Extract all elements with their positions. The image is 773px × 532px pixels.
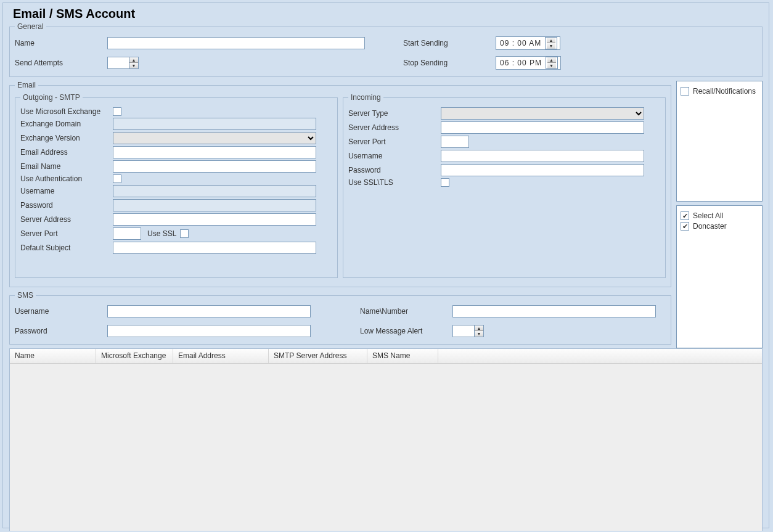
chevron-up-icon[interactable]: ▲: [547, 38, 555, 43]
incoming-fieldset: Incoming Server Type Server Address Serv…: [343, 93, 666, 278]
chevron-down-icon[interactable]: ▼: [475, 331, 483, 337]
out-password-label: Password: [20, 201, 113, 210]
chevron-down-icon[interactable]: ▼: [547, 43, 555, 49]
select-all-checkbox[interactable]: ✔: [681, 211, 689, 220]
stop-time-spinner[interactable]: ▲ ▼: [546, 57, 558, 69]
exchange-domain-input[interactable]: [113, 118, 316, 130]
stop-time-value: 06 : 00 PM: [499, 59, 543, 67]
out-server-port-label: Server Port: [20, 229, 113, 238]
locations-panel: ✔ Select All ✔ Doncaster: [676, 205, 763, 348]
th-name[interactable]: Name: [10, 349, 96, 363]
out-server-address-input[interactable]: [113, 213, 316, 226]
out-username-label: Username: [20, 187, 113, 195]
chevron-up-icon[interactable]: ▲: [547, 57, 556, 63]
in-password-input[interactable]: [441, 164, 644, 176]
use-ssl-tls-label: Use SSL\TLS: [348, 178, 441, 187]
use-auth-checkbox[interactable]: [113, 174, 121, 183]
out-username-input[interactable]: [113, 185, 316, 197]
use-ssl-label: Use SSL: [147, 229, 176, 238]
start-time-value: 09 : 00 AM: [499, 39, 542, 47]
sms-password-input[interactable]: [107, 325, 311, 337]
send-attempts-value[interactable]: [108, 57, 126, 68]
name-number-input[interactable]: [452, 305, 656, 317]
low-msg-alert-value[interactable]: [453, 325, 472, 337]
out-server-address-label: Server Address: [20, 215, 113, 224]
location-checkbox[interactable]: ✔: [681, 222, 689, 231]
in-username-input[interactable]: [441, 150, 644, 162]
in-server-port-input[interactable]: [441, 136, 469, 148]
in-server-address-label: Server Address: [348, 123, 441, 132]
th-ms-exchange[interactable]: Microsoft Exchange: [96, 349, 173, 363]
th-smtp-server[interactable]: SMTP Server Address: [269, 349, 367, 363]
chevron-down-icon[interactable]: ▼: [129, 63, 138, 68]
chevron-down-icon[interactable]: ▼: [547, 63, 556, 68]
recall-notifications-panel: Recall/Notifications: [676, 81, 763, 202]
sms-username-label: Username: [15, 307, 107, 316]
server-type-select[interactable]: [441, 107, 644, 120]
page-title: Email / SMS Account: [13, 7, 763, 21]
low-msg-alert-label: Low Message Alert: [360, 327, 452, 335]
in-server-port-label: Server Port: [348, 137, 441, 146]
recall-notifications-checkbox[interactable]: [681, 87, 689, 96]
table-body[interactable]: [10, 364, 762, 531]
incoming-legend: Incoming: [348, 93, 383, 102]
recall-notifications-label: Recall/Notifications: [693, 87, 756, 96]
name-number-label: Name\Number: [360, 307, 452, 316]
select-all-label: Select All: [693, 211, 723, 220]
start-sending-label: Start Sending: [403, 39, 496, 47]
outgoing-legend: Outgoing - SMTP: [20, 93, 83, 102]
stop-time-input[interactable]: 06 : 00 PM ▲ ▼: [496, 56, 561, 70]
exchange-version-label: Exchange Version: [20, 134, 113, 142]
server-type-label: Server Type: [348, 109, 441, 118]
use-ssl-tls-checkbox[interactable]: [441, 178, 449, 187]
use-auth-label: Use Authentication: [20, 174, 113, 183]
send-attempts-label: Send Attempts: [15, 59, 107, 67]
use-ms-exchange-label: Use Microsoft Exchange: [20, 107, 113, 116]
start-time-input[interactable]: 09 : 00 AM ▲ ▼: [496, 36, 560, 50]
th-blank: [438, 349, 762, 363]
sms-fieldset: SMS Username Name\Number Password: [9, 291, 671, 345]
general-legend: General: [15, 22, 46, 31]
sms-password-label: Password: [15, 327, 107, 335]
app-container: Email / SMS Account General Name Start S…: [2, 2, 769, 528]
in-username-label: Username: [348, 152, 441, 160]
sms-username-input[interactable]: [107, 305, 311, 317]
default-subject-input[interactable]: [113, 242, 316, 254]
accounts-table: Name Microsoft Exchange Email Address SM…: [9, 348, 763, 531]
low-msg-alert-input[interactable]: ▲ ▼: [452, 325, 484, 337]
out-password-input[interactable]: [113, 199, 316, 211]
table-header: Name Microsoft Exchange Email Address SM…: [10, 349, 762, 364]
start-time-spinner[interactable]: ▲ ▼: [545, 37, 557, 49]
email-address-input[interactable]: [113, 146, 316, 158]
sms-legend: SMS: [15, 291, 36, 300]
email-name-input[interactable]: [113, 160, 316, 173]
out-server-port-input[interactable]: [113, 227, 141, 240]
stop-sending-label: Stop Sending: [403, 59, 496, 67]
exchange-domain-label: Exchange Domain: [20, 120, 113, 128]
th-sms-name[interactable]: SMS Name: [367, 349, 438, 363]
default-subject-label: Default Subject: [20, 243, 113, 252]
email-fieldset: Email Outgoing - SMTP Use Microsoft Exch…: [9, 81, 671, 287]
general-fieldset: General Name Start Sending 09 : 00 AM ▲ …: [9, 22, 763, 77]
in-password-label: Password: [348, 166, 441, 174]
use-ms-exchange-checkbox[interactable]: [113, 107, 121, 116]
location-label: Doncaster: [693, 222, 727, 231]
outgoing-fieldset: Outgoing - SMTP Use Microsoft Exchange E…: [15, 93, 338, 278]
send-attempts-input[interactable]: ▲ ▼: [107, 57, 139, 69]
use-ssl-checkbox[interactable]: [180, 229, 189, 238]
chevron-up-icon[interactable]: ▲: [475, 325, 483, 331]
exchange-version-select[interactable]: [113, 132, 316, 144]
chevron-up-icon[interactable]: ▲: [129, 57, 138, 63]
name-label: Name: [15, 39, 107, 47]
name-input[interactable]: [107, 37, 365, 49]
email-name-label: Email Name: [20, 162, 113, 171]
email-address-label: Email Address: [20, 148, 113, 157]
th-email-address[interactable]: Email Address: [173, 349, 269, 363]
email-legend: Email: [15, 81, 38, 89]
in-server-address-input[interactable]: [441, 121, 644, 134]
